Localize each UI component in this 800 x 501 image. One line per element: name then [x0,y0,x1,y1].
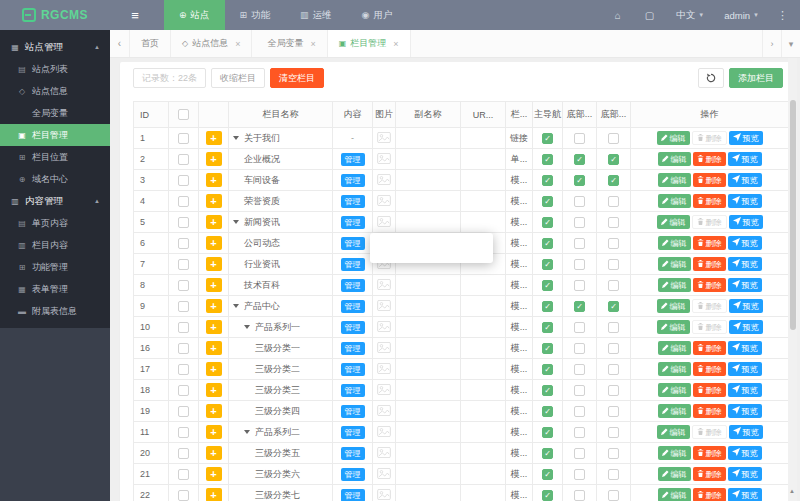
row-checkbox[interactable] [178,154,189,165]
row-checkbox[interactable] [178,280,189,291]
sidebar-section-site-manage[interactable]: ▦站点管理▲ [0,36,110,58]
footer1-checkbox[interactable] [574,217,585,228]
row-checkbox[interactable] [178,343,189,354]
footer1-checkbox[interactable] [574,322,585,333]
manage-button[interactable]: 管理 [341,447,365,460]
manage-button[interactable]: 管理 [341,489,365,501]
edit-button[interactable]: 编辑 [658,488,691,501]
delete-button[interactable]: 删除 [692,131,727,145]
close-icon[interactable]: × [235,39,240,49]
edit-button[interactable]: 编辑 [657,215,690,229]
preview-button[interactable]: 预览 [728,341,762,355]
records-count-button[interactable]: 记录数：22条 [133,68,206,88]
preview-button[interactable]: 预览 [728,467,762,481]
row-checkbox[interactable] [178,364,189,375]
preview-button[interactable]: 预览 [728,257,762,271]
add-child-button[interactable]: + [206,131,222,145]
main-nav-checkbox[interactable]: ✓ [542,238,553,249]
footer2-checkbox[interactable] [608,427,619,438]
main-nav-checkbox[interactable]: ✓ [542,154,553,165]
add-child-button[interactable]: + [206,404,222,418]
edit-button[interactable]: 编辑 [658,404,691,418]
footer2-checkbox[interactable] [608,490,619,501]
edit-button[interactable]: 编辑 [657,320,690,334]
main-nav-checkbox[interactable]: ✓ [542,490,553,501]
sidebar-item-single-page-content[interactable]: ▤单页内容 [0,212,110,234]
add-child-button[interactable]: + [206,257,222,271]
footer1-checkbox[interactable] [574,280,585,291]
close-icon[interactable]: × [393,39,398,49]
footer2-checkbox[interactable] [608,385,619,396]
edit-button[interactable]: 编辑 [657,131,690,145]
preview-button[interactable]: 预览 [729,320,763,334]
clear-cache-icon[interactable]: ▢ [633,10,666,21]
edit-button[interactable]: 编辑 [658,173,691,187]
footer1-checkbox[interactable]: ✓ [574,154,585,165]
edit-button[interactable]: 编辑 [658,152,691,166]
add-child-button[interactable]: + [206,278,222,292]
sidebar-item-attached-table-info[interactable]: ▬附属表信息 [0,300,110,322]
main-nav-checkbox[interactable]: ✓ [542,469,553,480]
preview-button[interactable]: 预览 [728,488,762,501]
add-child-button[interactable]: + [206,446,222,460]
delete-button[interactable]: 删除 [693,446,726,460]
manage-button[interactable]: 管理 [341,279,365,292]
row-checkbox[interactable] [178,385,189,396]
main-nav-checkbox[interactable]: ✓ [542,259,553,270]
tab-global-vars[interactable]: 全局变量× [252,30,327,57]
sidebar-item-form-manage[interactable]: ▦表单管理 [0,278,110,300]
manage-button[interactable]: 管理 [341,321,365,334]
footer2-checkbox[interactable] [608,280,619,291]
sidebar-item-domain-center[interactable]: ⊕域名中心 [0,168,110,190]
scrollbar-track[interactable]: ▲ [788,58,797,501]
add-child-button[interactable]: + [206,467,222,481]
collapse-caret-icon[interactable] [244,325,250,332]
footer1-checkbox[interactable] [574,259,585,270]
preview-button[interactable]: 预览 [729,215,763,229]
preview-button[interactable]: 预览 [728,383,762,397]
row-checkbox[interactable] [178,217,189,228]
tab-site-info[interactable]: ◇站点信息× [171,30,252,57]
add-child-button[interactable]: + [206,488,222,501]
footer2-checkbox[interactable] [608,343,619,354]
preview-button[interactable]: 预览 [728,362,762,376]
footer2-checkbox[interactable] [608,448,619,459]
preview-button[interactable]: 预览 [728,152,762,166]
add-child-button[interactable]: + [206,215,222,229]
edit-button[interactable]: 编辑 [657,425,690,439]
select-all-checkbox[interactable] [178,109,189,120]
scroll-up-icon[interactable]: ▲ [789,488,795,494]
delete-button[interactable]: 删除 [693,173,726,187]
edit-button[interactable]: 编辑 [658,194,691,208]
preview-button[interactable]: 预览 [728,446,762,460]
main-nav-checkbox[interactable]: ✓ [542,322,553,333]
tab-category-manage[interactable]: ▣栏目管理× [328,30,411,57]
preview-button[interactable]: 预览 [728,194,762,208]
main-nav-checkbox[interactable]: ✓ [542,448,553,459]
footer2-checkbox[interactable] [608,322,619,333]
delete-button[interactable]: 删除 [693,278,726,292]
manage-button[interactable]: 管理 [341,363,365,376]
nav-item-user[interactable]: ◉用户 [347,0,408,30]
footer2-checkbox[interactable] [608,406,619,417]
footer1-checkbox[interactable] [574,469,585,480]
collapse-caret-icon[interactable] [233,136,239,143]
footer1-checkbox[interactable] [574,238,585,249]
main-nav-checkbox[interactable]: ✓ [542,406,553,417]
add-child-button[interactable]: + [206,320,222,334]
main-nav-checkbox[interactable]: ✓ [542,133,553,144]
row-checkbox[interactable] [178,322,189,333]
footer1-checkbox[interactable] [574,196,585,207]
add-child-button[interactable]: + [206,383,222,397]
sidebar-item-function-manage[interactable]: ⊞功能管理 [0,256,110,278]
footer2-checkbox[interactable]: ✓ [608,154,619,165]
language-dropdown[interactable]: 中文 ▼ [666,9,714,22]
row-checkbox[interactable] [178,175,189,186]
row-checkbox[interactable] [178,301,189,312]
main-nav-checkbox[interactable]: ✓ [542,385,553,396]
delete-button[interactable]: 删除 [693,236,726,250]
footer1-checkbox[interactable]: ✓ [574,301,585,312]
delete-button[interactable]: 删除 [693,488,726,501]
edit-button[interactable]: 编辑 [658,236,691,250]
footer2-checkbox[interactable] [608,238,619,249]
